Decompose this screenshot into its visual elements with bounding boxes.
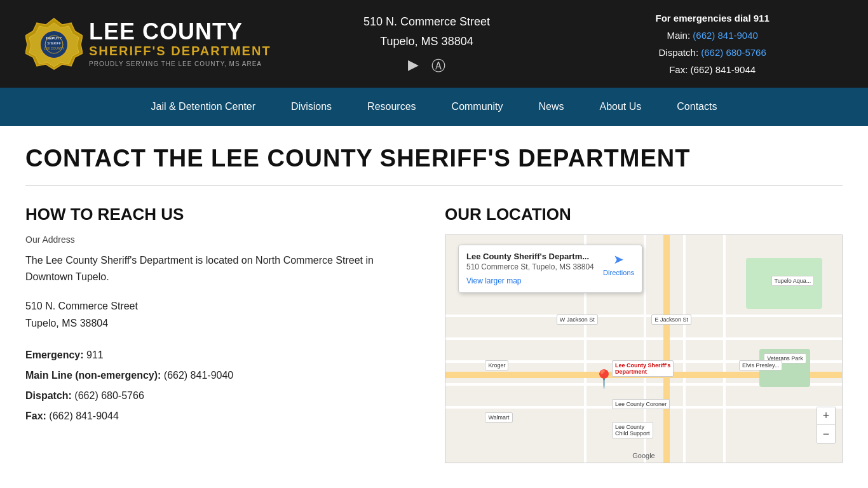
main-phone[interactable]: (662) 841-9040: [693, 30, 758, 41]
nav-community[interactable]: Community: [434, 88, 521, 126]
map-label-child-support: Lee CountyChild Support: [612, 422, 653, 438]
logo-title: LEE COUNTY: [89, 20, 271, 43]
fax-line: Fax: (662) 841-9044: [582, 61, 843, 78]
address-block: 510 N. Commerce Street Tupelo, MS 38804: [25, 297, 419, 332]
nav-about[interactable]: About Us: [582, 88, 660, 126]
how-to-reach-title: HOW TO REACH US: [25, 205, 419, 224]
content-grid: HOW TO REACH US Our Address The Lee Coun…: [25, 205, 843, 463]
svg-text:SHERIFF: SHERIFF: [47, 41, 60, 45]
nav-divisions[interactable]: Divisions: [273, 88, 349, 126]
popup-info: Lee County Sheriff's Departm... 510 Comm…: [466, 252, 597, 286]
nav-contacts[interactable]: Contacts: [659, 88, 735, 126]
directions-button[interactable]: ➤ Directions: [603, 252, 634, 286]
logo-subtitle: SHERIFF'S DEPARTMENT: [89, 43, 271, 58]
popup-name: Lee County Sheriff's Departm...: [466, 252, 597, 261]
map-container[interactable]: Tupelo Aqua... Veterans Park Kroger Walm…: [445, 234, 843, 463]
directions-icon: ➤: [613, 252, 624, 267]
mainline-phone[interactable]: (662) 841-9040: [164, 370, 233, 381]
our-location-title: OUR LOCATION: [445, 205, 843, 224]
dispatch-label: Dispatch:: [659, 47, 699, 58]
dispatch-line: Dispatch: (662) 680-5766: [25, 386, 419, 406]
divider: [25, 185, 843, 186]
main-nav: Jail & Detention Center Divisions Resour…: [0, 88, 868, 126]
view-larger-map-link[interactable]: View larger map: [466, 276, 521, 285]
dispatch-phone[interactable]: (662) 680-5766: [701, 47, 766, 58]
nav-jail[interactable]: Jail & Detention Center: [133, 88, 274, 126]
map-controls: + −: [817, 407, 836, 444]
right-column: OUR LOCATION: [445, 205, 843, 463]
logo-tagline: PROUDLY SERVING THE LEE COUNTY, MS AREA: [89, 60, 271, 67]
fax-number: (662) 841-9044: [691, 64, 756, 75]
badge-icon: DEPUTY SHERIFF LEE COUNTY: [25, 15, 83, 72]
map-label-walmart: Walmart: [485, 412, 512, 423]
nav-resources[interactable]: Resources: [349, 88, 433, 126]
site-header: DEPUTY SHERIFF LEE COUNTY LEE COUNTY SHE…: [0, 0, 868, 88]
map-popup: Lee County Sheriff's Departm... 510 Comm…: [458, 245, 642, 293]
main-label: Main:: [667, 30, 690, 41]
header-address: 510 N. Commerce Street Tupelo, MS 38804 …: [297, 12, 557, 75]
fax-phone-left: (662) 841-9044: [49, 410, 118, 421]
mainline-line: Main Line (non-emergency): (662) 841-904…: [25, 365, 419, 386]
fax-label-left: Fax:: [25, 410, 46, 421]
google-logo: Google: [632, 452, 654, 459]
header-contact: For emergencies dial 911 Main: (662) 841…: [582, 10, 843, 78]
city-state-zip: Tupelo, MS 38804: [25, 315, 419, 332]
emergency-line: Emergency: 911: [25, 345, 419, 365]
dispatch-phone-left: (662) 680-5766: [74, 390, 144, 401]
fax-line-left: Fax: (662) 841-9044: [25, 406, 419, 426]
directions-label: Directions: [603, 269, 634, 276]
zoom-in-button[interactable]: +: [817, 407, 835, 425]
address-desc: The Lee County Sheriff's Department is l…: [25, 252, 419, 285]
map-label-tupelo-aqua: Tupelo Aqua...: [771, 276, 815, 286]
map-label-w-jackson: W Jackson St: [557, 315, 598, 325]
app-store-icon[interactable]: Ⓐ: [431, 57, 445, 76]
street-address: 510 N. Commerce Street: [25, 297, 419, 315]
header-address-line2: Tupelo, MS 38804: [297, 32, 557, 51]
emergency-label: Emergency:: [25, 349, 84, 360]
map-label-e-jackson: E Jackson St: [651, 315, 691, 325]
dispatch-phone-line: Dispatch: (662) 680-5766: [582, 44, 843, 61]
emergency-text: For emergencies dial 911: [582, 10, 843, 27]
play-store-icon[interactable]: ▶: [408, 57, 419, 76]
address-label: Our Address: [25, 234, 419, 245]
map-label-coroner: Lee County Coroner: [612, 399, 670, 409]
map-pin-label: Lee County Sheriff'sDepartment: [612, 360, 674, 377]
logo-area: DEPUTY SHERIFF LEE COUNTY LEE COUNTY SHE…: [25, 15, 271, 72]
road-v4: [723, 235, 726, 463]
map-label-kroger: Kroger: [485, 360, 508, 370]
fax-label: Fax:: [669, 64, 688, 75]
dispatch-label-left: Dispatch:: [25, 390, 72, 401]
main-phone-line: Main: (662) 841-9040: [582, 27, 843, 44]
app-icons: ▶ Ⓐ: [297, 57, 557, 76]
contact-details: Emergency: 911 Main Line (non-emergency)…: [25, 345, 419, 426]
popup-address: 510 Commerce St, Tupelo, MS 38804: [466, 262, 597, 271]
nav-news[interactable]: News: [520, 88, 581, 126]
svg-text:DEPUTY: DEPUTY: [46, 36, 62, 40]
logo-text: LEE COUNTY SHERIFF'S DEPARTMENT PROUDLY …: [89, 20, 271, 67]
page-title: CONTACT THE LEE COUNTY SHERIFF'S DEPARTM…: [25, 145, 843, 172]
zoom-out-button[interactable]: −: [817, 425, 835, 443]
main-road-v: [663, 235, 670, 463]
mainline-label: Main Line (non-emergency):: [25, 370, 161, 381]
map-label-elvis: Elvis Presley...: [739, 360, 782, 370]
header-address-line1: 510 N. Commerce Street: [297, 12, 557, 32]
emergency-value: 911: [86, 349, 104, 360]
road-v3: [683, 235, 686, 463]
main-content: CONTACT THE LEE COUNTY SHERIFF'S DEPARTM…: [0, 126, 868, 482]
left-column: HOW TO REACH US Our Address The Lee Coun…: [25, 205, 419, 463]
